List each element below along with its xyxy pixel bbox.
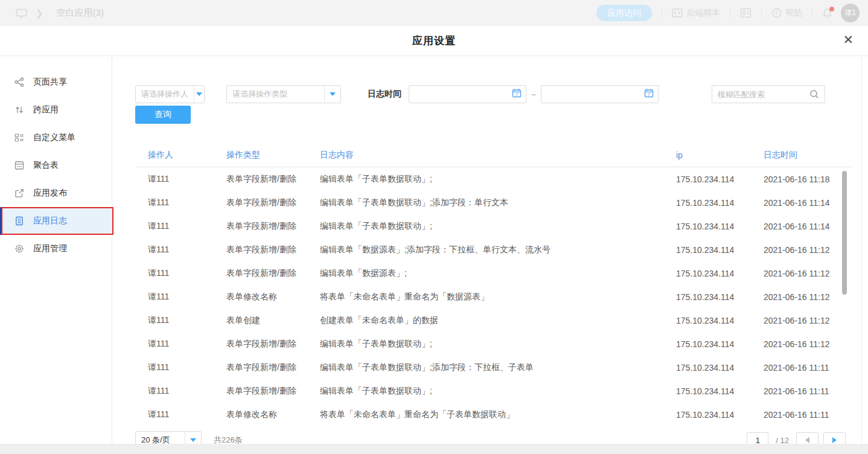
table-row: 谭111表单字段新增/删除编辑表单「子表单数据联动」;添加字段：单行文本175.…	[135, 191, 852, 214]
backend-script-label: 后端脚本	[686, 8, 720, 19]
chevron-down-icon[interactable]	[185, 432, 201, 444]
operation-type-select[interactable]: 请选择操作类型	[226, 85, 341, 103]
column-header: 日志时间	[764, 150, 852, 161]
table-cell: 2021-06-16 11:18	[764, 174, 852, 184]
search-input[interactable]	[712, 90, 809, 99]
chevron-right-icon: ❯	[36, 8, 43, 19]
table-cell: 谭111	[135, 409, 226, 420]
table-cell: 表单修改名称	[226, 409, 320, 420]
settings-sidebar: 页面共享跨应用自定义菜单聚合表应用发布应用日志应用管理	[0, 56, 112, 443]
app-window-icon[interactable]	[16, 8, 27, 18]
divider	[730, 8, 730, 18]
chevron-down-icon[interactable]	[194, 86, 204, 103]
app-access-button[interactable]: 应用访问	[596, 5, 652, 21]
range-separator: ~	[531, 90, 536, 99]
table-cell: 175.10.234.114	[676, 245, 764, 255]
active-indicator-bar	[0, 207, 2, 235]
page-size-value: 20 条/页	[136, 432, 185, 444]
help-icon: ?	[771, 8, 782, 18]
page-number-input[interactable]	[747, 432, 768, 444]
fuzzy-search-box	[712, 85, 825, 103]
table-cell: 2021-06-16 11:14	[764, 222, 852, 231]
divider	[761, 8, 762, 18]
table-cell: 编辑表单「子表单数据联动」;	[320, 221, 676, 232]
help-button[interactable]: ? 帮助	[771, 8, 802, 19]
query-button[interactable]: 查询	[135, 106, 191, 124]
table-cell: 谭111	[135, 292, 226, 302]
table-cell: 表单创建	[226, 315, 320, 326]
cross-app-icon	[14, 105, 25, 115]
sidebar-item-4[interactable]: 聚合表	[0, 152, 112, 179]
table-cell: 表单字段新增/删除	[226, 339, 320, 350]
table-cell: 表单修改名称	[226, 292, 320, 302]
id-card-icon[interactable]	[740, 8, 752, 18]
table-cell: 175.10.234.114	[676, 174, 764, 184]
search-icon[interactable]	[809, 89, 819, 99]
sidebar-item-5[interactable]: 应用发布	[0, 179, 112, 207]
log-time-label: 日志时间	[368, 89, 401, 100]
sidebar-item-7[interactable]: 应用管理	[0, 235, 112, 263]
total-count: 共226条	[214, 435, 243, 444]
table-cell: 2021-06-16 11:11	[764, 386, 852, 396]
table-cell: 编辑表单「数据源表」;	[320, 268, 676, 279]
sidebar-item-label: 自定义菜单	[33, 132, 75, 143]
sidebar-item-3[interactable]: 自定义菜单	[0, 124, 112, 152]
avatar[interactable]: 谭1	[841, 4, 860, 22]
table-cell: 2021-06-16 11:12	[764, 316, 852, 325]
table-cell: 将表单「未命名表单」重命名为「子表单数据联动」	[320, 409, 676, 420]
modal-title: 应用设置	[412, 34, 456, 48]
table-cell: 编辑表单「数据源表」;添加字段：下拉框、单行文本、流水号	[320, 245, 676, 255]
end-date-input[interactable]: 7	[541, 85, 659, 103]
backend-script-button[interactable]: 后端脚本	[672, 8, 720, 19]
calendar-icon: 7	[644, 88, 654, 100]
sidebar-item-6[interactable]: 应用日志	[0, 207, 112, 235]
table-cell: 编辑表单「子表单数据联动」;	[320, 174, 676, 185]
publish-icon	[14, 188, 25, 198]
chevron-down-icon[interactable]	[324, 86, 340, 103]
operator-select[interactable]: 请选择操作人	[135, 85, 205, 103]
table-cell: 编辑表单「子表单数据联动」;	[320, 339, 676, 350]
table-cell: 175.10.234.114	[676, 222, 764, 231]
table-cell: 2021-06-16 11:11	[764, 410, 852, 420]
next-page-button[interactable]	[823, 432, 846, 444]
table-cell: 谭111	[135, 315, 226, 326]
table-cell: 谭111	[135, 245, 226, 255]
page-size-select[interactable]: 20 条/页	[135, 431, 202, 444]
app-settings-modal: 应用设置 ✕ 页面共享跨应用自定义菜单聚合表应用发布应用日志应用管理 请选择操作…	[0, 26, 868, 444]
table-cell: 2021-06-16 11:12	[764, 339, 852, 349]
sidebar-item-2[interactable]: 跨应用	[0, 96, 112, 124]
table-cell: 2021-06-16 11:12	[764, 292, 852, 302]
table-cell: 表单字段新增/删除	[226, 362, 320, 373]
table-row: 谭111表单字段新增/删除编辑表单「子表单数据联动」;175.10.234.11…	[135, 379, 852, 403]
custom-menu-icon	[14, 133, 25, 142]
table-cell: 谭111	[135, 386, 226, 397]
total-pages: / 12	[776, 436, 789, 444]
sidebar-item-1[interactable]: 页面共享	[0, 68, 112, 96]
notification-badge	[829, 7, 834, 11]
column-header: 日志内容	[320, 150, 676, 161]
start-date-input[interactable]: 7	[409, 85, 526, 103]
table-cell: 175.10.234.114	[676, 410, 764, 420]
table-cell: 2021-06-16 11:11	[764, 363, 852, 372]
calendar-icon: 7	[512, 88, 522, 100]
prev-page-button[interactable]	[796, 432, 819, 444]
table-cell: 谭111	[135, 362, 226, 373]
log-table: 操作人操作类型日志内容ip日志时间 谭111表单字段新增/删除编辑表单「子表单数…	[135, 143, 852, 426]
pagination-bar: 20 条/页 共226条 / 12	[135, 431, 846, 444]
table-cell: 175.10.234.114	[676, 269, 764, 278]
sidebar-item-label: 页面共享	[33, 77, 67, 88]
table-cell: 编辑表单「子表单数据联动」;添加字段：单行文本	[320, 197, 676, 208]
table-cell: 谭111	[135, 174, 226, 185]
table-cell: 表单字段新增/删除	[226, 268, 320, 279]
table-cell: 表单字段新增/删除	[226, 386, 320, 397]
table-cell: 谭111	[135, 339, 226, 350]
sidebar-item-label: 跨应用	[33, 104, 59, 115]
close-icon[interactable]: ✕	[843, 33, 854, 46]
table-cell: 谭111	[135, 197, 226, 208]
table-cell: 编辑表单「子表单数据联动」;	[320, 386, 676, 397]
vertical-scrollbar[interactable]	[842, 171, 847, 295]
table-header-row: 操作人操作类型日志内容ip日志时间	[135, 143, 852, 167]
sidebar-item-label: 聚合表	[33, 160, 59, 171]
notifications-button[interactable]	[822, 8, 832, 19]
column-header: ip	[676, 150, 764, 160]
